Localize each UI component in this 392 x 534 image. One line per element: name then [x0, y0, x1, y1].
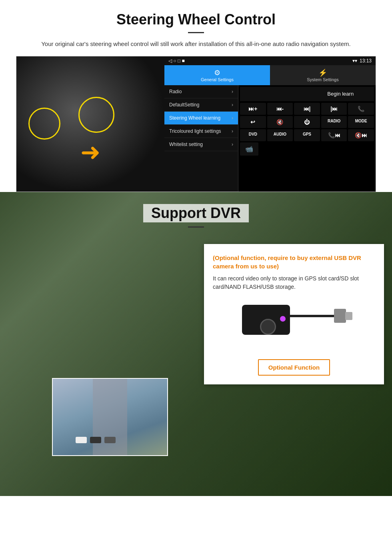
- swc-section: Steering Wheel Control Your original car…: [0, 0, 392, 192]
- ctrl-audio[interactable]: AUDIO: [267, 129, 293, 141]
- ctrl-power[interactable]: ⏻: [294, 116, 320, 128]
- menu-item-defaultsetting[interactable]: DefaultSetting ›: [164, 98, 238, 112]
- ctrl-dvd[interactable]: DVD: [240, 129, 266, 141]
- dvr-thumbnail: [52, 378, 168, 456]
- ctrl-vol-up[interactable]: ⏭+: [240, 103, 266, 115]
- ctrl-grid-row3: DVD AUDIO GPS 📞⏮ 🔇⏭: [240, 129, 374, 141]
- swc-photo: ➜: [16, 56, 164, 192]
- thumb-car-3: [104, 437, 116, 443]
- ctrl-radio[interactable]: RADIO: [321, 116, 347, 128]
- android-statusbar: ◁ ○ □ ■ ▾▾ 13:13: [164, 56, 376, 65]
- swc-title: Steering Wheel Control: [16, 11, 376, 28]
- menu-right: Begin learn ⏭+ ⏮- ⏮| |⏭ 📞 ↩ 🔇 ⏻: [238, 85, 376, 192]
- tab-system[interactable]: ⚡ System Settings: [270, 65, 376, 85]
- ctrl-next[interactable]: |⏭: [321, 103, 347, 115]
- thumb-road: [93, 379, 127, 455]
- camera-cable: [289, 315, 337, 317]
- ctrl-mute-next[interactable]: 🔇⏭: [348, 129, 374, 141]
- ctrl-call[interactable]: 📞: [348, 103, 374, 115]
- dvr-title: Support DVR: [143, 204, 249, 222]
- ctrl-gps[interactable]: GPS: [294, 129, 320, 141]
- swc-android-ui: ◁ ○ □ ■ ▾▾ 13:13 ⚙ General Settings ⚡ Sy…: [164, 56, 376, 192]
- begin-learn-button[interactable]: Begin learn: [307, 87, 374, 101]
- swc-circle-left: [28, 108, 60, 140]
- menu-item-swlearning[interactable]: Steering Wheel learning ›: [164, 112, 238, 125]
- chevron-icon: ›: [232, 89, 233, 94]
- dvr-info-box: (Optional function, require to buy exter…: [204, 244, 384, 384]
- android-tabs: ⚙ General Settings ⚡ System Settings: [164, 65, 376, 85]
- statusbar-signal: ▾▾: [352, 58, 357, 64]
- ctrl-mode[interactable]: MODE: [348, 116, 374, 128]
- thumb-car-2: [90, 437, 101, 443]
- thumb-cars: [76, 437, 116, 443]
- chevron-icon: ›: [232, 142, 233, 147]
- android-menu: Radio › DefaultSetting › Steering Wheel …: [164, 85, 376, 192]
- dvr-camera-illustration: [213, 297, 375, 353]
- chevron-icon: ›: [232, 128, 233, 134]
- camera-body: [242, 305, 290, 335]
- begin-learn-empty: [240, 87, 307, 101]
- tab-system-label: System Settings: [307, 77, 338, 82]
- ctrl-grid-row1: ⏭+ ⏮- ⏮| |⏭ 📞: [240, 103, 374, 115]
- system-icon: ⚡: [272, 68, 374, 77]
- chevron-icon: ›: [232, 102, 233, 108]
- ctrl-vol-down[interactable]: ⏮-: [267, 103, 293, 115]
- ctrl-call-prev[interactable]: 📞⏮: [321, 129, 347, 141]
- menu-label-defaultsetting: DefaultSetting: [169, 102, 199, 108]
- menu-label-swlearning: Steering Wheel learning: [169, 115, 220, 121]
- ctrl-mute[interactable]: 🔇: [267, 116, 293, 128]
- swc-description: Your original car's steering wheel contr…: [16, 40, 376, 49]
- optional-function-button[interactable]: Optional Function: [258, 359, 330, 376]
- gear-icon: ⚙: [166, 68, 268, 77]
- dvr-divider: [188, 226, 204, 228]
- dvr-desc-text: It can record video only to storage in G…: [213, 274, 375, 291]
- swc-composite: ➜ ◁ ○ □ ■ ▾▾ 13:13 ⚙ General Settings ⚡ …: [16, 56, 376, 192]
- tab-general-label: General Settings: [201, 77, 234, 82]
- menu-item-radio[interactable]: Radio ›: [164, 85, 238, 98]
- ctrl-prev[interactable]: ⏮|: [294, 103, 320, 115]
- thumb-car-1: [76, 437, 87, 443]
- chevron-icon: ›: [232, 115, 233, 121]
- camera-shape: [230, 297, 358, 353]
- camera-usb: [334, 309, 346, 323]
- begin-learn-row: Begin learn: [240, 87, 374, 101]
- dvr-title-area: Support DVR: [0, 192, 392, 228]
- menu-label-radio: Radio: [169, 89, 182, 94]
- swc-circle-right: [78, 97, 114, 133]
- ctrl-back[interactable]: ↩: [240, 116, 266, 128]
- swc-arrow: ➜: [80, 140, 100, 164]
- menu-item-whitelist[interactable]: Whitelist setting ›: [164, 138, 238, 151]
- dvr-section: Support DVR (Optional function, require …: [0, 192, 392, 496]
- camera-light: [280, 316, 286, 322]
- statusbar-time: 13:13: [360, 58, 372, 64]
- dvr-optional-text: (Optional function, require to buy exter…: [213, 254, 375, 270]
- dvr-background: Support DVR (Optional function, require …: [0, 192, 392, 496]
- statusbar-icons: ◁ ○ □ ■: [168, 58, 185, 64]
- swc-divider: [188, 32, 204, 33]
- ctrl-grid-row2: ↩ 🔇 ⏻ RADIO MODE: [240, 116, 374, 128]
- camera-usb-head: [345, 312, 352, 320]
- menu-label-whitelist: Whitelist setting: [169, 142, 203, 147]
- menu-left: Radio › DefaultSetting › Steering Wheel …: [164, 85, 238, 192]
- menu-label-tricoloured: Tricoloured light settings: [169, 128, 221, 134]
- swc-overlay: ➜: [16, 56, 164, 192]
- menu-item-tricoloured[interactable]: Tricoloured light settings ›: [164, 125, 238, 138]
- camera-lens: [260, 319, 276, 335]
- tab-general[interactable]: ⚙ General Settings: [164, 65, 270, 85]
- ctrl-dvr[interactable]: 📹: [240, 142, 258, 156]
